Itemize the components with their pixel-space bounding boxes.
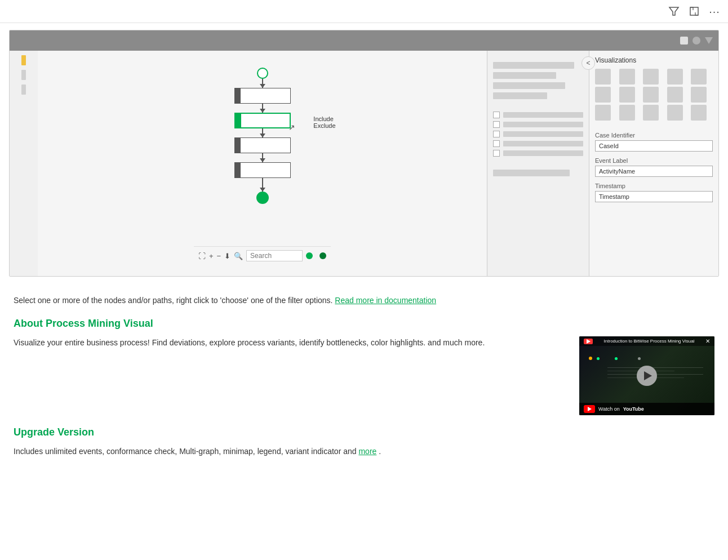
upgrade-heading: Upgrade Version — [14, 426, 714, 438]
flow-box-1-bar — [235, 88, 241, 103]
flow-box-3-bar — [235, 138, 241, 153]
vis-icon-13[interactable] — [643, 105, 659, 121]
flow-diagram: Include Exclude ↗ — [234, 68, 291, 246]
filter-icon[interactable] — [666, 3, 682, 19]
flow-box-2-bar — [236, 114, 241, 127]
data-bars-top — [493, 62, 583, 103]
vis-icon-8[interactable] — [643, 87, 659, 103]
viz-main-content: Include Exclude ↗ — [10, 51, 718, 276]
zoom-in-icon[interactable]: + — [209, 252, 214, 260]
video-watch-bar: Watch on YouTube — [579, 403, 714, 415]
vis-icon-6[interactable] — [595, 87, 611, 103]
search-icon: 🔍 — [234, 252, 243, 260]
video-close-icon[interactable]: ✕ — [705, 338, 710, 344]
flow-box-4-bar — [235, 163, 241, 177]
data-bar-cb-2 — [503, 122, 583, 127]
status-dot-2 — [319, 252, 326, 259]
flow-arrow-5 — [262, 178, 263, 192]
upgrade-body-text: Includes unlimited events, conformance c… — [14, 445, 714, 457]
upgrade-more-link[interactable]: more — [358, 447, 376, 456]
search-input[interactable] — [246, 250, 303, 261]
data-checkbox-2[interactable] — [493, 121, 500, 128]
about-heading: About Process Mining Visual — [14, 318, 714, 330]
timestamp-input[interactable] — [595, 191, 713, 202]
data-row-3 — [493, 131, 583, 137]
titlebar-triangle-btn[interactable] — [705, 37, 713, 44]
timestamp-label: Timestamp — [595, 183, 713, 189]
flow-arrow-1 — [262, 79, 263, 88]
vis-icon-7[interactable] — [619, 87, 635, 103]
sidebar-bar-yellow — [21, 55, 26, 65]
flow-box-3[interactable] — [234, 137, 291, 153]
watch-on-text: Watch on — [598, 406, 620, 412]
youtube-play-icon — [588, 407, 592, 411]
youtube-text: YouTube — [623, 406, 644, 412]
expand-icon[interactable] — [686, 3, 702, 19]
event-label-input[interactable] — [595, 166, 713, 177]
data-checkbox-4[interactable] — [493, 140, 500, 147]
titlebar-square-btn[interactable] — [680, 37, 688, 45]
video-thumbnail[interactable]: Introduction to BitWise Process Mining V… — [579, 336, 714, 415]
fields-section: Case Identifier Event Label Timestamp — [595, 132, 713, 208]
flow-box-labels: Include Exclude — [313, 115, 335, 129]
data-checkbox-3[interactable] — [493, 131, 500, 137]
description-paragraph: Select one or more of the nodes and/or p… — [14, 295, 714, 306]
vis-icon-14[interactable] — [667, 105, 683, 121]
video-play-button[interactable] — [637, 366, 657, 386]
vdot-orange — [589, 357, 592, 360]
sidebar-bar-1 — [21, 70, 26, 80]
flow-box-4[interactable] — [234, 162, 291, 178]
vis-icon-2[interactable] — [619, 69, 635, 85]
vis-icon-15[interactable] — [691, 105, 707, 121]
data-checkbox-1[interactable] — [493, 112, 500, 118]
flow-box-2-wrapper: Include Exclude ↗ — [234, 113, 291, 128]
flow-arrow-4 — [262, 153, 263, 162]
data-bar-2 — [493, 72, 556, 79]
vis-icon-11[interactable] — [595, 105, 611, 121]
cursor-icon: ↗ — [288, 123, 295, 132]
vis-icon-9[interactable] — [667, 87, 683, 103]
video-title-bar: Introduction to BitWise Process Mining V… — [579, 336, 714, 346]
data-bar-btm-1 — [493, 170, 570, 176]
video-logo-play — [587, 339, 591, 344]
collapse-panel-button[interactable]: < — [581, 56, 595, 70]
data-checkbox-5[interactable] — [493, 150, 500, 157]
download-icon[interactable]: ⬇ — [224, 252, 230, 260]
vis-icon-12[interactable] — [619, 105, 635, 121]
collapse-icon: < — [586, 59, 590, 67]
case-identifier-input[interactable] — [595, 140, 713, 152]
flow-start-node — [257, 68, 268, 79]
visualizations-panel: < Visualizations — [589, 51, 718, 276]
vis-icon-4[interactable] — [667, 69, 683, 85]
data-bar-4 — [493, 92, 547, 99]
data-bar-3 — [493, 82, 565, 89]
data-bar-1 — [493, 62, 574, 69]
visualization-container: Include Exclude ↗ — [9, 30, 719, 277]
data-bar-cb-5 — [503, 150, 583, 156]
data-bar-cb-4 — [503, 141, 583, 146]
vis-icon-5[interactable] — [691, 69, 707, 85]
vis-icon-10[interactable] — [691, 87, 707, 103]
expand-view-icon[interactable]: ⛶ — [198, 252, 206, 260]
video-decorative-nodes — [588, 353, 642, 363]
vis-icon-1[interactable] — [595, 69, 611, 85]
more-options-icon[interactable]: ··· — [707, 3, 722, 19]
viz-left-sidebar — [10, 51, 38, 276]
read-more-link[interactable]: Read more in documentation — [335, 296, 436, 305]
flow-box-1[interactable] — [234, 88, 291, 104]
about-text-content: Visualize your entire business process! … — [14, 336, 568, 349]
flow-box-2[interactable] — [234, 113, 291, 128]
data-bars-panel — [487, 51, 589, 276]
flow-arrow-3 — [262, 128, 263, 137]
data-bars-checkboxes — [493, 112, 583, 159]
video-logo — [584, 339, 593, 344]
description-text: Select one or more of the nodes and/or p… — [14, 296, 332, 305]
upgrade-body-content: Includes unlimited events, conformance c… — [14, 447, 357, 456]
process-toolbar: ⛶ + − ⬇ 🔍 — [194, 246, 331, 265]
top-toolbar: ··· — [0, 0, 728, 23]
titlebar-circle-btn[interactable] — [693, 37, 700, 45]
zoom-out-icon[interactable]: − — [217, 252, 221, 260]
vis-icon-3[interactable] — [643, 69, 659, 85]
data-row-5 — [493, 150, 583, 157]
data-bars-bottom — [493, 170, 583, 179]
